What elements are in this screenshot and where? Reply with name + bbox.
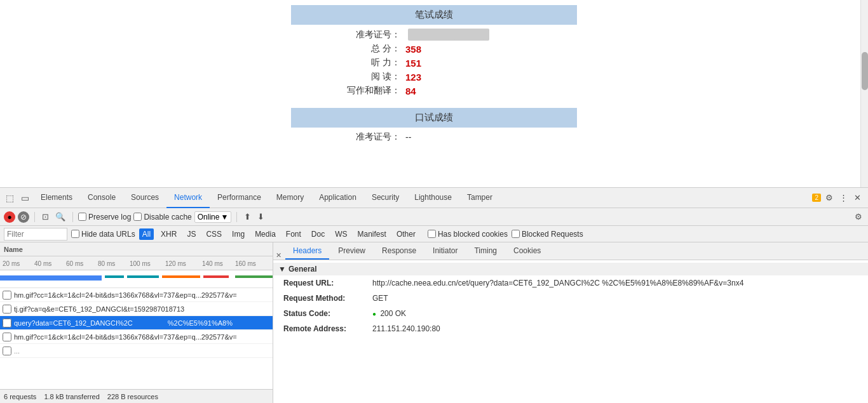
throttle-select[interactable]: Online ▼ — [194, 211, 232, 223]
tab-lighthouse[interactable]: Lighthouse — [407, 188, 459, 208]
has-blocked-cookies-checkbox[interactable] — [428, 230, 436, 238]
filter-other[interactable]: Other — [393, 228, 419, 240]
hide-data-urls-label[interactable]: Hide data URLs — [71, 230, 135, 239]
warning-badge[interactable]: 2 — [812, 194, 821, 202]
toolbar-sep-1 — [34, 212, 35, 222]
right-panel-close[interactable]: ✕ — [276, 251, 281, 260]
reading-score-row: 阅 读： 123 — [304, 71, 590, 83]
page-scrollbar-thumb[interactable] — [862, 52, 868, 90]
right-tab-timing[interactable]: Timing — [466, 243, 505, 260]
network-item-4[interactable]: hm.gif?cc=1&ck=1&cl=24-bit&ds=1366x768&v… — [0, 330, 273, 344]
tab-elements[interactable]: Elements — [33, 188, 80, 208]
waterfall-ticks: 20 ms 40 ms 60 ms 80 ms 100 ms 120 ms 14… — [0, 256, 273, 270]
filter-icon[interactable]: ⊡ — [40, 212, 51, 221]
right-tab-initiator[interactable]: Initiator — [425, 243, 465, 260]
general-section-title: ▼ General — [273, 263, 868, 275]
network-item-2-checkbox[interactable] — [3, 305, 11, 314]
tab-security[interactable]: Security — [364, 188, 407, 208]
network-item-1-checkbox[interactable] — [3, 291, 11, 300]
svg-text:20 ms: 20 ms — [3, 260, 20, 267]
tab-tamper[interactable]: Tamper — [459, 188, 500, 208]
close-icon[interactable]: ✕ — [852, 193, 863, 202]
request-url-row: Request URL: http://cache.neea.edu.cn/ce… — [273, 275, 868, 291]
oral-exam-id-label: 准考证号： — [304, 131, 405, 143]
search-icon[interactable]: 🔍 — [53, 212, 67, 221]
network-item-1[interactable]: hm.gif?cc=1&ck=1&cl=24-bit&ds=1366x768&v… — [0, 288, 273, 302]
filter-manifest[interactable]: Manifest — [355, 228, 390, 240]
network-item-3-checkbox[interactable] — [3, 319, 11, 327]
import-icon[interactable]: ⬆ — [242, 212, 253, 221]
blocked-requests-text: Blocked Requests — [522, 230, 583, 239]
right-panel: ✕ Headers Preview Response Initiator Tim… — [273, 242, 868, 403]
export-icon[interactable]: ⬇ — [255, 212, 266, 221]
filter-ws[interactable]: WS — [332, 228, 350, 240]
remote-address-row: Remote Address: 211.151.240.190:80 — [273, 321, 868, 336]
svg-rect-13 — [235, 275, 273, 278]
remote-address-value: 211.151.240.190:80 — [372, 323, 440, 334]
right-tab-headers[interactable]: Headers — [285, 243, 329, 260]
oral-test-header: 口试成绩 — [291, 108, 577, 128]
more-icon[interactable]: ⋮ — [837, 193, 850, 202]
filter-img[interactable]: Img — [229, 228, 248, 240]
network-area: Name 20 ms 40 ms 60 ms 80 ms 100 ms 120 … — [0, 242, 868, 403]
tab-application[interactable]: Application — [311, 188, 364, 208]
devtools-tab-bar: ⬚ ▭ Elements Console Sources Network Per… — [0, 188, 868, 208]
network-item-4-checkbox[interactable] — [3, 333, 11, 341]
filter-font[interactable]: Font — [283, 228, 304, 240]
written-test-header: 笔试成绩 — [291, 5, 577, 25]
disable-cache-label[interactable]: Disable cache — [133, 213, 191, 221]
network-item-3-name: query?data=CET6_192_DANGCI%2C %2C%E5%91%… — [14, 319, 233, 327]
clear-button[interactable]: ⊘ — [18, 211, 29, 223]
svg-rect-11 — [162, 275, 200, 278]
request-method-value: GET — [372, 293, 388, 304]
status-green-dot: ● — [372, 310, 376, 317]
network-item-5[interactable]: ... — [0, 344, 273, 358]
filter-all[interactable]: All — [139, 228, 154, 240]
has-blocked-cookies-label[interactable]: Has blocked cookies — [428, 230, 508, 239]
right-tab-response[interactable]: Response — [374, 243, 424, 260]
network-item-5-checkbox[interactable] — [3, 347, 11, 355]
status-code-value: ● 200 OK — [372, 308, 406, 319]
svg-text:120 ms: 120 ms — [165, 260, 186, 267]
network-status-bar: 6 requests 1.8 kB transferred 228 B reso… — [0, 389, 273, 403]
filter-js[interactable]: JS — [184, 228, 199, 240]
page-scrollbar[interactable] — [860, 0, 868, 187]
preserve-log-checkbox[interactable] — [78, 213, 86, 221]
status-code-text: 200 OK — [380, 309, 406, 318]
filter-media[interactable]: Media — [252, 228, 279, 240]
filter-css[interactable]: CSS — [203, 228, 225, 240]
tab-sources[interactable]: Sources — [123, 188, 166, 208]
settings-icon[interactable]: ⚙ — [824, 193, 835, 202]
blocked-requests-checkbox[interactable] — [512, 230, 520, 238]
device-icon[interactable]: ▭ — [18, 191, 32, 205]
network-item-2[interactable]: tj.gif?ca=q&e=CET6_192_DANGCI&t=15929870… — [0, 302, 273, 316]
network-item-3[interactable]: query?data=CET6_192_DANGCI%2C %2C%E5%91%… — [0, 316, 273, 330]
preserve-log-label[interactable]: Preserve log — [78, 213, 131, 221]
oral-exam-id-value: -- — [405, 132, 411, 142]
tab-console[interactable]: Console — [80, 188, 123, 208]
toolbar-sep-3 — [236, 212, 237, 222]
network-item-4-name: hm.gif?cc=1&ck=1&cl=24-bit&ds=1366x768&v… — [14, 333, 237, 341]
waterfall-bars-row — [0, 270, 273, 288]
preserve-log-text: Preserve log — [88, 213, 131, 221]
settings-gear-icon[interactable]: ⚙ — [853, 212, 864, 221]
hide-data-urls-checkbox[interactable] — [71, 230, 79, 238]
filter-doc[interactable]: Doc — [308, 228, 328, 240]
general-chevron[interactable]: ▼ — [278, 265, 286, 274]
transferred-size: 1.8 kB transferred — [44, 393, 99, 400]
disable-cache-checkbox[interactable] — [133, 213, 142, 221]
disable-cache-text: Disable cache — [144, 213, 191, 221]
right-tab-preview[interactable]: Preview — [330, 243, 373, 260]
total-score-row: 总 分： 358 — [304, 43, 590, 55]
right-tab-cookies[interactable]: Cookies — [506, 243, 548, 260]
tab-performance[interactable]: Performance — [210, 188, 269, 208]
filter-input[interactable] — [4, 228, 67, 241]
record-button[interactable]: ● — [4, 211, 15, 223]
blocked-requests-label[interactable]: Blocked Requests — [512, 230, 583, 239]
tab-network[interactable]: Network — [166, 188, 210, 208]
filter-xhr[interactable]: XHR — [158, 228, 180, 240]
tab-memory[interactable]: Memory — [269, 188, 311, 208]
cursor-icon[interactable]: ⬚ — [3, 191, 17, 205]
network-left-panel: Name 20 ms 40 ms 60 ms 80 ms 100 ms 120 … — [0, 242, 273, 403]
exam-id-value: ██████████ — [408, 29, 489, 41]
